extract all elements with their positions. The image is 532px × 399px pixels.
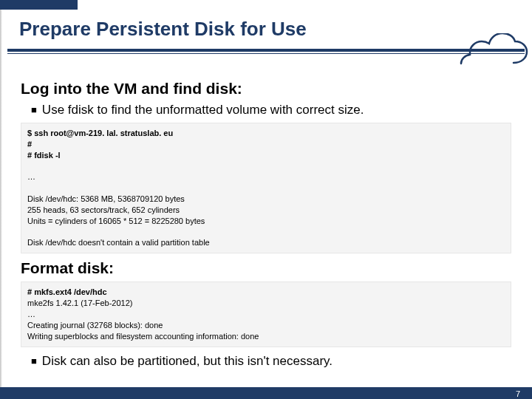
left-shadow bbox=[0, 0, 2, 387]
title-container: Prepare Persistent Disk for Use bbox=[19, 18, 513, 41]
bullet-icon: ■ bbox=[31, 353, 37, 369]
slide: Prepare Persistent Disk for Use Log into… bbox=[0, 0, 532, 399]
section2-bullet-text: Disk can also be partitioned, but this i… bbox=[42, 353, 332, 369]
code-block-1: $ ssh root@vm-219. lal. stratuslab. eu #… bbox=[21, 123, 511, 253]
bullet-icon: ■ bbox=[31, 102, 37, 118]
slide-title: Prepare Persistent Disk for Use bbox=[19, 18, 513, 41]
section2-heading: Format disk: bbox=[21, 259, 511, 277]
section2-bullet: ■ Disk can also be partitioned, but this… bbox=[21, 353, 511, 369]
slide-body: Log into the VM and find disk: ■ Use fdi… bbox=[21, 80, 511, 374]
divider-thin bbox=[7, 53, 525, 54]
code2-bold: # mkfs.ext4 /dev/hdc bbox=[27, 287, 107, 296]
section1-bullet: ■ Use fdisk to find the unformatted volu… bbox=[21, 102, 511, 118]
footer-bar: 7 bbox=[0, 387, 532, 399]
corner-tab bbox=[0, 0, 78, 10]
cloud-icon bbox=[458, 33, 532, 74]
code2-rest: mke2fs 1.42.1 (17-Feb-2012) … Creating j… bbox=[27, 299, 259, 341]
page-number: 7 bbox=[516, 389, 520, 398]
code1-rest: … Disk /dev/hdc: 5368 MB, 5368709120 byt… bbox=[27, 172, 210, 247]
section1-heading: Log into the VM and find disk: bbox=[21, 80, 511, 98]
divider-thick bbox=[7, 49, 525, 52]
code1-bold: $ ssh root@vm-219. lal. stratuslab. eu #… bbox=[27, 129, 173, 160]
section1-bullet-text: Use fdisk to find the unformatted volume… bbox=[42, 102, 364, 118]
code-block-2: # mkfs.ext4 /dev/hdc mke2fs 1.42.1 (17-F… bbox=[21, 282, 511, 347]
